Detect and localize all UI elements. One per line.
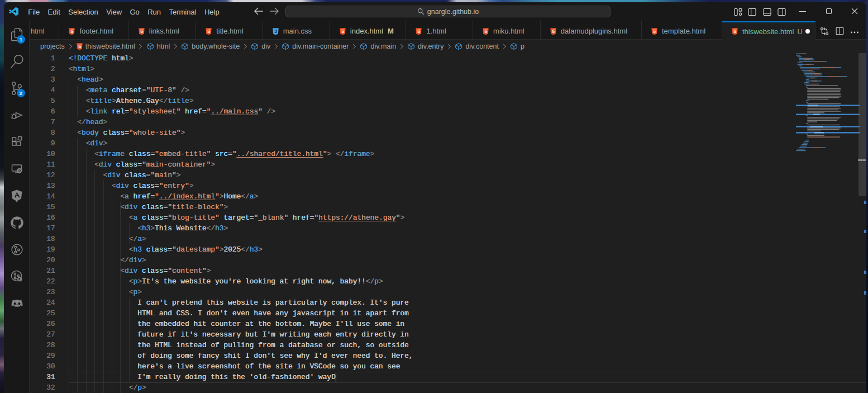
svg-text:5: 5 [140, 28, 143, 34]
svg-text:5: 5 [653, 28, 656, 34]
svg-text:5: 5 [552, 28, 555, 34]
svg-text:5: 5 [207, 28, 210, 34]
svg-text:5: 5 [484, 28, 487, 34]
svg-text:5: 5 [733, 29, 736, 34]
svg-text:5: 5 [418, 28, 421, 34]
svg-text:5: 5 [341, 28, 344, 34]
svg-text:5: 5 [71, 28, 74, 34]
svg-text:5: 5 [78, 44, 81, 49]
svg-text:3: 3 [274, 28, 277, 34]
